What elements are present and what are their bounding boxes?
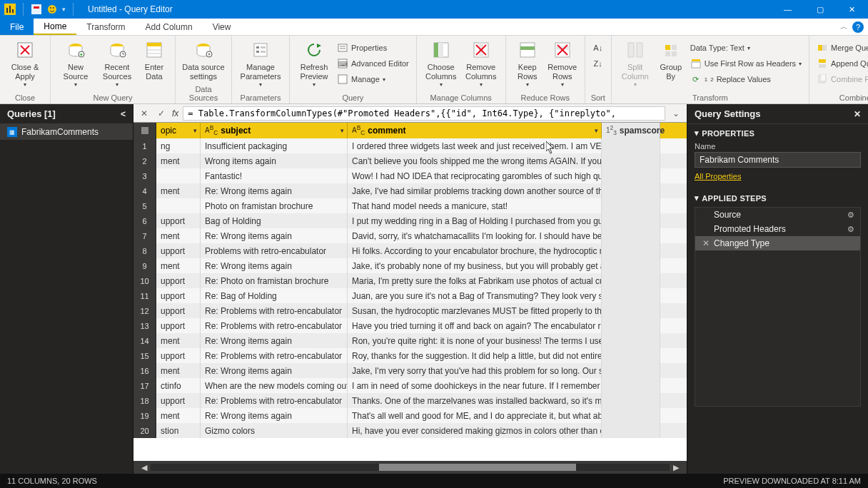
remove-columns-button[interactable]: RemoveColumns▾: [461, 37, 501, 88]
close-button[interactable]: ✕: [836, 0, 868, 19]
data-grid[interactable]: opic▾ ABCsubject▾ ABCcomment▾ 123spamsco…: [133, 123, 687, 474]
ribbon-collapse-icon[interactable]: ︿: [840, 21, 848, 32]
row-header[interactable]: 20: [133, 423, 156, 438]
row-header[interactable]: 6: [133, 213, 156, 228]
table-row[interactable]: 20stionGizmo colorsHi, have you ever con…: [133, 423, 687, 438]
table-row[interactable]: 8upportProblems with retro-encabulatorHi…: [133, 243, 687, 258]
applied-step[interactable]: ✕Changed Type: [695, 236, 860, 250]
row-header[interactable]: 11: [133, 288, 156, 303]
cell-subject[interactable]: Re: Problems with retro-encabulator: [201, 393, 348, 408]
formula-commit-icon[interactable]: ✓: [155, 108, 168, 118]
cell-comment[interactable]: Maria, I'm pretty sure the folks at Fabr…: [348, 273, 602, 288]
formula-expand-icon[interactable]: ⌄: [670, 108, 682, 118]
table-row[interactable]: 19mentRe: Wrong items againThat's all we…: [133, 408, 687, 423]
append-queries-button[interactable]: Append Queries ▾: [814, 56, 868, 71]
cell-subject[interactable]: Fantastic!: [201, 168, 348, 183]
row-header[interactable]: 16: [133, 363, 156, 378]
qat-save-icon[interactable]: [31, 4, 42, 15]
cell-comment[interactable]: Thanks. One of the marzelvanes was insta…: [348, 393, 602, 408]
group-by-button[interactable]: GroupBy: [655, 37, 687, 81]
cell-topic[interactable]: upport: [156, 348, 201, 363]
cell-spamscore[interactable]: [602, 138, 660, 153]
cell-subject[interactable]: When are the new models coming out?: [201, 378, 348, 393]
cell-topic[interactable]: upport: [156, 213, 201, 228]
cell-comment[interactable]: David, sorry, it's whatchamacallits I'm …: [348, 228, 602, 243]
close-apply-button[interactable]: Close &Apply ▾: [4, 37, 46, 88]
cell-topic[interactable]: ment: [156, 333, 201, 348]
settings-close-icon[interactable]: ✕: [854, 109, 861, 119]
cell-topic[interactable]: [156, 168, 201, 183]
table-row[interactable]: 12upportRe: Problems with retro-encabula…: [133, 303, 687, 318]
cell-topic[interactable]: upport: [156, 288, 201, 303]
data-source-settings-button[interactable]: Data sourcesettings: [180, 37, 227, 81]
table-row[interactable]: 1ngInsufficient packagingI ordered three…: [133, 138, 687, 153]
cell-subject[interactable]: Re: Bag of Holding: [201, 288, 348, 303]
horizontal-scrollbar[interactable]: ◀ ▶: [133, 461, 687, 474]
cell-comment[interactable]: Hi, have you ever considered making gizm…: [348, 423, 602, 438]
queries-collapse-icon[interactable]: <: [121, 109, 126, 119]
cell-comment[interactable]: Can't believe you fools shipped me the w…: [348, 153, 602, 168]
formula-cancel-icon[interactable]: ✕: [138, 108, 151, 118]
cell-comment[interactable]: Susan, the hydrocoptic marzlevanes MUST …: [348, 303, 602, 318]
cell-comment[interactable]: Jake, I've had similar problems tracking…: [348, 183, 602, 198]
cell-comment[interactable]: Juan, are you sure it's not a Bag of Tra…: [348, 288, 602, 303]
cell-subject[interactable]: Re: Problems with retro-encabulator: [201, 303, 348, 318]
help-icon[interactable]: ?: [852, 21, 864, 33]
combine-files-button[interactable]: Combine Files: [814, 71, 868, 87]
manage-button[interactable]: Manage ▾: [334, 71, 412, 87]
cell-spamscore[interactable]: [602, 348, 660, 363]
table-row[interactable]: 2mentWrong items againCan't believe you …: [133, 153, 687, 168]
new-source-button[interactable]: ✦ NewSource▾: [55, 37, 96, 88]
cell-comment[interactable]: That's all well and good for ME, and I d…: [348, 408, 602, 423]
cell-comment[interactable]: That hand model needs a manicure, stat!: [348, 198, 602, 213]
remove-rows-button[interactable]: RemoveRows▾: [545, 37, 580, 88]
gear-icon[interactable]: ⚙: [847, 210, 854, 220]
cell-topic[interactable]: [156, 198, 201, 213]
cell-spamscore[interactable]: [602, 333, 660, 348]
cell-subject[interactable]: Re: Problems with retro-encabulator: [201, 318, 348, 333]
cell-spamscore[interactable]: [602, 318, 660, 333]
table-row[interactable]: 11upportRe: Bag of HoldingJuan, are you …: [133, 288, 687, 303]
cell-subject[interactable]: Insufficient packaging: [201, 138, 348, 153]
table-row[interactable]: 9mentRe: Wrong items againJake, it's pro…: [133, 258, 687, 273]
cell-spamscore[interactable]: [602, 183, 660, 198]
choose-columns-button[interactable]: ChooseColumns▾: [421, 37, 461, 88]
table-row[interactable]: 17ctinfoWhen are the new models coming o…: [133, 378, 687, 393]
table-row[interactable]: 7mentRe: Wrong items againDavid, sorry, …: [133, 228, 687, 243]
cell-topic[interactable]: upport: [156, 318, 201, 333]
cell-comment[interactable]: Hi folks. According to your encabulator …: [348, 243, 602, 258]
properties-button[interactable]: Properties: [334, 40, 412, 56]
row-header[interactable]: 8: [133, 243, 156, 258]
file-tab[interactable]: File: [0, 19, 34, 35]
cell-subject[interactable]: Re: Wrong items again: [201, 228, 348, 243]
table-row[interactable]: 6upportBag of HoldingI put my wedding ri…: [133, 213, 687, 228]
cell-spamscore[interactable]: [602, 408, 660, 423]
cell-subject[interactable]: Wrong items again: [201, 153, 348, 168]
cell-comment[interactable]: Jake, it's probably none of my business,…: [348, 258, 602, 273]
cell-comment[interactable]: Jake, I'm very sorry that you've had thi…: [348, 363, 602, 378]
cell-comment[interactable]: I am in need of some doohickeys in the n…: [348, 378, 602, 393]
cell-topic[interactable]: stion: [156, 423, 201, 438]
row-header[interactable]: 10: [133, 273, 156, 288]
cell-spamscore[interactable]: [602, 213, 660, 228]
fx-icon[interactable]: fx: [172, 108, 178, 118]
cell-spamscore[interactable]: [602, 258, 660, 273]
filter-icon[interactable]: ▾: [340, 127, 344, 134]
cell-topic[interactable]: ment: [156, 258, 201, 273]
manage-parameters-button[interactable]: ManageParameters▾: [236, 37, 285, 88]
first-row-headers-button[interactable]: Use First Row as Headers ▾: [687, 56, 804, 71]
cell-comment[interactable]: Wow! I had NO IDEA that reciprocating ga…: [348, 168, 602, 183]
cell-spamscore[interactable]: [602, 423, 660, 438]
filter-icon[interactable]: ▾: [193, 127, 197, 134]
scroll-thumb[interactable]: [379, 464, 576, 471]
minimize-button[interactable]: ―: [772, 0, 804, 19]
grid-corner[interactable]: [133, 123, 156, 138]
cell-topic[interactable]: upport: [156, 303, 201, 318]
cell-subject[interactable]: Bag of Holding: [201, 213, 348, 228]
table-row[interactable]: 13upportRe: Problems with retro-encabula…: [133, 318, 687, 333]
table-row[interactable]: 3Fantastic!Wow! I had NO IDEA that recip…: [133, 168, 687, 183]
cell-subject[interactable]: Photo on framistan brochure: [201, 198, 348, 213]
row-header[interactable]: 5: [133, 198, 156, 213]
cell-spamscore[interactable]: [602, 303, 660, 318]
row-header[interactable]: 7: [133, 228, 156, 243]
